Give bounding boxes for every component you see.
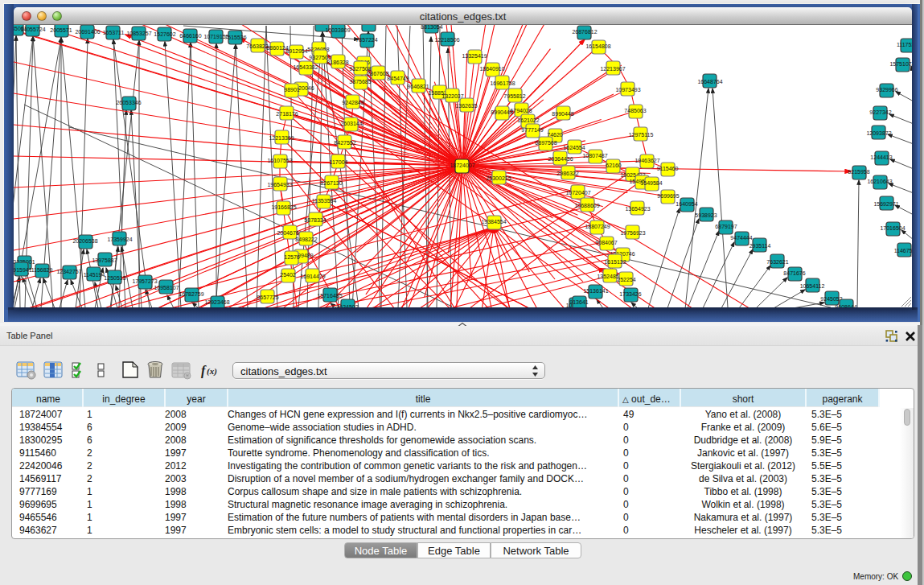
svg-text:3875685: 3875685 <box>349 79 371 84</box>
svg-text:15716485: 15716485 <box>317 293 342 299</box>
svg-text:20206538: 20206538 <box>72 238 97 244</box>
svg-text:12093872: 12093872 <box>866 130 891 136</box>
svg-text:5938923: 5938923 <box>695 212 717 218</box>
svg-text:19384554: 19384554 <box>481 219 506 225</box>
svg-text:2986322: 2986322 <box>556 171 578 176</box>
svg-text:12923468: 12923468 <box>204 299 229 305</box>
svg-text:9624502: 9624502 <box>336 304 358 307</box>
svg-text:1527602: 1527602 <box>154 31 175 37</box>
svg-text:16648764: 16648764 <box>697 79 722 84</box>
svg-text:7632621: 7632621 <box>766 259 788 265</box>
svg-text:117004: 117004 <box>330 159 348 165</box>
svg-text:1549584: 1549584 <box>640 180 662 186</box>
svg-text:10807487: 10807487 <box>582 153 607 159</box>
svg-text:9329966: 9329966 <box>876 87 897 93</box>
svg-text:6897568: 6897568 <box>535 140 556 146</box>
svg-text:1733426: 1733426 <box>619 291 641 297</box>
svg-text:7485063: 7485063 <box>624 108 646 113</box>
svg-text:16782759: 16782759 <box>179 291 203 297</box>
svg-text:26053346: 26053346 <box>116 100 141 105</box>
svg-text:9474444: 9474444 <box>730 235 752 241</box>
svg-text:8186328: 8186328 <box>326 60 348 65</box>
svg-text:13654923: 13654923 <box>625 206 650 212</box>
svg-text:6466160: 6466160 <box>179 33 201 39</box>
svg-text:62160: 62160 <box>606 163 622 168</box>
svg-text:2718176: 2718176 <box>276 111 298 117</box>
svg-text:6879197: 6879197 <box>715 224 737 229</box>
svg-text:20046766: 20046766 <box>277 230 302 236</box>
svg-text:1621022: 1621022 <box>517 117 539 123</box>
svg-text:252254: 252254 <box>617 277 635 282</box>
svg-text:16210643: 16210643 <box>867 179 892 184</box>
svg-text:9084067: 9084067 <box>595 240 617 245</box>
svg-text:913641: 913641 <box>569 299 588 305</box>
svg-text:8267130: 8267130 <box>320 180 342 186</box>
svg-text:2603144: 2603144 <box>340 121 362 126</box>
svg-text:7857224: 7857224 <box>355 37 377 43</box>
svg-text:9608644: 9608644 <box>835 304 856 307</box>
svg-text:8813054: 8813054 <box>421 25 442 30</box>
svg-text:12213369: 12213369 <box>269 135 294 141</box>
svg-text:1624554: 1624554 <box>563 145 585 150</box>
svg-text:9242848: 9242848 <box>342 100 363 105</box>
svg-text:9227342: 9227342 <box>869 109 891 115</box>
svg-text:16961758: 16961758 <box>490 80 515 86</box>
svg-text:8427552: 8427552 <box>334 140 355 146</box>
svg-text:9657725: 9657725 <box>257 295 278 300</box>
svg-text:2005571: 2005571 <box>50 27 72 33</box>
svg-text:16033809: 16033809 <box>325 27 350 33</box>
svg-text:11353594: 11353594 <box>312 198 337 204</box>
svg-text:3915941: 3915941 <box>14 267 32 273</box>
svg-text:12342757: 12342757 <box>56 269 81 274</box>
svg-text:18807249: 18807249 <box>585 224 610 229</box>
svg-text:20364436: 20364436 <box>548 156 573 162</box>
svg-text:1250515: 1250515 <box>104 275 125 281</box>
svg-text:98901: 98901 <box>284 87 300 93</box>
svg-text:8215958: 8215958 <box>848 169 869 175</box>
svg-text:26876812: 26876812 <box>572 29 597 35</box>
svg-text:25300215: 25300215 <box>486 175 511 181</box>
svg-text:10973493: 10973493 <box>615 87 640 93</box>
svg-text:17957273: 17957273 <box>132 278 157 284</box>
svg-text:14055724: 14055724 <box>20 27 45 32</box>
svg-text:1145194: 1145194 <box>84 272 105 278</box>
svg-text:10958107: 10958107 <box>154 285 179 290</box>
svg-text:10688609: 10688609 <box>574 203 599 208</box>
svg-text:5878334: 5878334 <box>304 217 326 223</box>
svg-text:17359924: 17359924 <box>107 237 132 242</box>
svg-text:19166825: 19166825 <box>271 204 296 210</box>
svg-text:1244413: 1244413 <box>870 154 892 160</box>
svg-text:8990448: 8990448 <box>552 111 573 117</box>
svg-text:8498222: 8498222 <box>295 237 317 242</box>
svg-text:1117534: 1117534 <box>897 42 912 47</box>
svg-text:13975887: 13975887 <box>92 257 117 263</box>
svg-text:1322037: 1322037 <box>441 93 463 99</box>
svg-text:15136141: 15136141 <box>583 288 608 294</box>
svg-text:10853257: 10853257 <box>126 31 151 36</box>
svg-text:1156829: 1156829 <box>31 267 53 273</box>
svg-text:16154808: 16154808 <box>585 43 610 49</box>
svg-text:15751074: 15751074 <box>889 61 912 67</box>
svg-text:10720407: 10720407 <box>565 190 590 196</box>
svg-text:16107553: 16107553 <box>267 158 292 163</box>
svg-text:9699695: 9699695 <box>657 193 679 199</box>
svg-text:16914479: 16914479 <box>300 274 325 279</box>
svg-text:19463627: 19463627 <box>634 158 659 163</box>
svg-text:8912954: 8912954 <box>285 48 307 54</box>
svg-text:(x): (x) <box>207 366 217 377</box>
svg-text:12576: 12576 <box>284 254 300 260</box>
svg-text:18724007: 18724007 <box>450 163 474 168</box>
svg-text:19654933: 19654933 <box>267 182 292 187</box>
svg-text:12218506: 12218506 <box>434 37 459 43</box>
svg-text:7955812: 7955812 <box>503 93 525 99</box>
svg-text:2935114: 2935114 <box>749 243 771 249</box>
svg-text:f: f <box>201 364 207 378</box>
svg-text:8454749: 8454749 <box>387 76 409 81</box>
svg-text:9777149: 9777149 <box>521 127 543 133</box>
svg-text:12213967: 12213967 <box>600 66 625 72</box>
svg-text:1615132: 1615132 <box>604 259 626 265</box>
svg-text:25402: 25402 <box>280 272 296 278</box>
svg-text:2867608: 2867608 <box>367 71 388 76</box>
svg-text:16543382: 16543382 <box>293 64 318 70</box>
svg-text:19756923: 19756923 <box>620 230 645 236</box>
